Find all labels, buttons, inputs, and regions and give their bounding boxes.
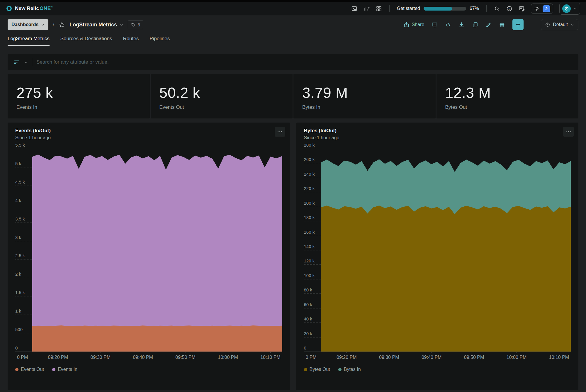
- legend-label: Events Out: [21, 367, 44, 372]
- search-input[interactable]: [36, 59, 573, 65]
- tab-logstream-metrics[interactable]: LogStream Metrics: [8, 34, 50, 46]
- y-axis-tick-label: 60 k: [304, 302, 312, 307]
- x-axis-tick-label: 09:30 PM: [379, 355, 399, 360]
- y-axis-tick-label: 180 k: [304, 215, 315, 220]
- tv-mode-icon[interactable]: [432, 22, 438, 28]
- x-axis-tick-label: 0 PM: [306, 355, 317, 360]
- x-axis-tick-label: 09:20 PM: [48, 355, 68, 360]
- x-axis: 0 PM09:20 PM09:30 PM09:40 PM09:50 PM10:0…: [15, 352, 282, 362]
- progress-bar-fill: [424, 7, 452, 11]
- y-axis-tick-label: 240 k: [304, 172, 315, 177]
- tab-routes[interactable]: Routes: [123, 34, 139, 46]
- help-icon[interactable]: ?: [506, 6, 512, 12]
- legend-item-events-in[interactable]: Events In: [52, 367, 77, 372]
- download-icon[interactable]: [458, 22, 465, 28]
- x-axis-tick-label: 10:10 PM: [260, 355, 280, 360]
- megaphone-icon: [534, 6, 540, 12]
- y-axis-tick-label: 100 k: [304, 273, 315, 278]
- user-menu[interactable]: [559, 3, 580, 15]
- dashboards-breadcrumb-button[interactable]: Dashboards: [8, 19, 48, 30]
- tab-pipelines[interactable]: Pipelines: [150, 34, 170, 46]
- y-axis-tick-label: 160 k: [304, 230, 315, 235]
- search-icon[interactable]: [494, 6, 500, 12]
- dashboard-title-menu[interactable]: LogStream Metrics: [69, 22, 123, 28]
- plus-icon: [515, 22, 521, 28]
- chart-panel-events[interactable]: Events (In/Out) Since 1 hour ago 5.5 k5 …: [8, 123, 290, 390]
- panel-menu-button[interactable]: [275, 127, 285, 137]
- y-axis-tick-label: 3.5 k: [15, 216, 25, 221]
- legend-dot: [52, 368, 55, 371]
- x-axis-tick: [389, 352, 389, 353]
- kpi-value: 50.2 k: [159, 84, 284, 101]
- power-icon: [564, 6, 569, 11]
- series-area-events-in: [32, 155, 282, 352]
- y-axis-tick-label: 4.5 k: [15, 179, 25, 184]
- share-button[interactable]: Share: [403, 22, 424, 28]
- x-axis-tick: [143, 352, 143, 353]
- kpi-tile-events-out[interactable]: 50.2 kEvents Out: [151, 74, 293, 118]
- x-axis-tick: [432, 352, 432, 353]
- panel-subtitle: Since 1 hour ago: [15, 135, 282, 140]
- x-axis-tick-label: 10:00 PM: [218, 355, 238, 360]
- query-console-icon[interactable]: [351, 6, 357, 12]
- x-axis-tick-label: 09:50 PM: [175, 355, 195, 360]
- x-axis-tick-label: 09:50 PM: [464, 355, 484, 360]
- stacked-area-plot: [32, 149, 282, 352]
- chart-panel-bytes[interactable]: Bytes (In/Out) Since 1 hour ago 280 k260…: [296, 123, 579, 390]
- tag-count: 9: [138, 22, 140, 27]
- legend-item-events-out[interactable]: Events Out: [15, 367, 44, 372]
- charts-grid: Events (In/Out) Since 1 hour ago 5.5 k5 …: [8, 123, 578, 390]
- get-started-progress[interactable]: Get started 67%: [397, 6, 479, 11]
- time-picker[interactable]: Default: [541, 19, 578, 30]
- code-icon[interactable]: [445, 22, 451, 28]
- legend-item-bytes-in[interactable]: Bytes In: [338, 367, 361, 372]
- y-axis-tick-label: 4 k: [15, 198, 21, 203]
- whats-new-button[interactable]: 2: [531, 4, 553, 14]
- y-axis-tick-label: 140 k: [304, 244, 315, 249]
- tags-button[interactable]: 9: [128, 20, 143, 29]
- panel-header: Bytes (In/Out) Since 1 hour ago: [304, 128, 571, 140]
- apps-grid-icon[interactable]: [376, 6, 382, 12]
- y-axis-tick-label: 0: [304, 345, 306, 350]
- y-axis-tick-label: 40 k: [304, 316, 312, 321]
- kpi-tile-bytes-in[interactable]: 3.79 MBytes In: [293, 74, 436, 118]
- feedback-icon[interactable]: [519, 6, 525, 12]
- x-axis-tick-label: 09:40 PM: [422, 355, 441, 360]
- create-chart-icon[interactable]: [364, 6, 370, 12]
- x-axis-tick-label: 10:00 PM: [507, 355, 526, 360]
- nav-divider: [389, 5, 390, 12]
- top-navigation: New RelicONE™ Get started 67% ?: [0, 2, 586, 15]
- kpi-tile-bytes-out[interactable]: 12.3 MBytes Out: [436, 74, 579, 118]
- tab-sources-destinations[interactable]: Sources & Destinations: [60, 34, 112, 46]
- legend-dot: [304, 368, 307, 371]
- panel-title: Bytes (In/Out): [304, 128, 571, 134]
- copy-icon[interactable]: [472, 22, 478, 28]
- dashboards-label: Dashboards: [11, 22, 38, 27]
- stacked-area-plot: [321, 149, 571, 352]
- chart-plot-area: 5.5 k5 k4.5 k4 k3.5 k3 k2.5 k2 k1.5 k1 k…: [15, 149, 282, 352]
- nav-divider: [486, 5, 487, 12]
- search-bar[interactable]: [8, 54, 578, 70]
- panel-menu-button[interactable]: [563, 127, 574, 137]
- y-axis-tick-label: 80 k: [304, 287, 312, 292]
- chevron-down-icon[interactable]: [24, 60, 28, 64]
- legend-item-bytes-out[interactable]: Bytes Out: [304, 367, 330, 372]
- y-axis-tick-label: 120 k: [304, 258, 315, 263]
- search-divider: [32, 58, 32, 66]
- filter-icon[interactable]: [13, 59, 20, 65]
- time-picker-label: Default: [553, 22, 568, 27]
- toolbar-divider: [532, 21, 532, 28]
- kpi-label: Events In: [16, 104, 141, 110]
- edit-pencil-icon[interactable]: [485, 22, 492, 28]
- kpi-tile-events-in[interactable]: 275 kEvents In: [8, 74, 150, 118]
- settings-gear-icon[interactable]: [499, 22, 505, 28]
- app-logo[interactable]: New RelicONE™: [6, 5, 53, 12]
- favorite-star-icon[interactable]: [59, 21, 65, 28]
- dashboard-toolbar: Dashboards / LogStream Metrics 9 Share: [0, 15, 586, 34]
- add-widget-button[interactable]: [512, 19, 524, 30]
- kpi-grid: 275 kEvents In50.2 kEvents Out3.79 MByte…: [8, 74, 578, 118]
- window-top-strip: [0, 0, 586, 2]
- x-axis-tick-label: 09:40 PM: [133, 355, 153, 360]
- x-axis-tick-label: 09:30 PM: [90, 355, 110, 360]
- kpi-value: 275 k: [16, 84, 141, 101]
